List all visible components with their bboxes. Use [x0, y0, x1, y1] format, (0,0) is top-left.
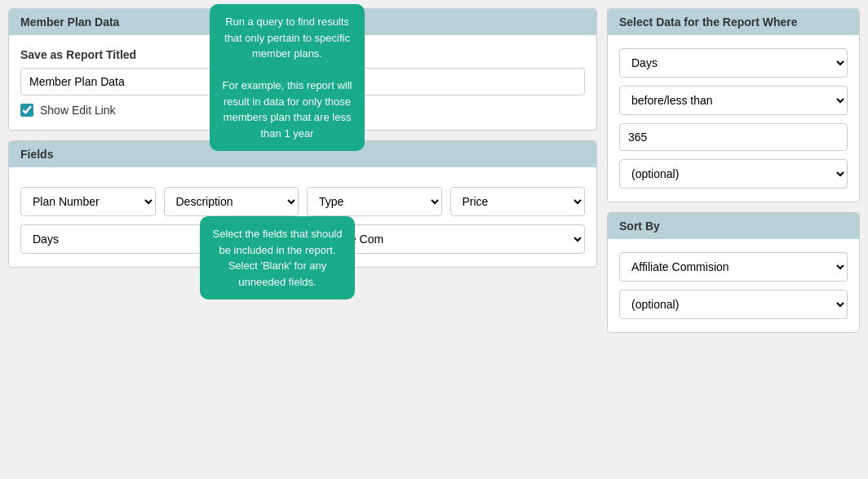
select-data-panel: Select Data for the Report Where Days be…: [607, 8, 860, 202]
query-tooltip: Run a query to find results that only pe…: [210, 4, 365, 151]
fields-tooltip: Select the fields that should be include…: [200, 216, 355, 299]
sort-by-dropdown1[interactable]: Affiliate Commision: [619, 252, 848, 282]
select-data-value-input[interactable]: [619, 123, 848, 151]
fields-row1: Plan Number Description Type Price: [20, 187, 585, 216]
show-edit-link-checkbox[interactable]: [20, 104, 33, 117]
select-data-dropdown2[interactable]: before/less than: [619, 86, 848, 115]
field-select-4[interactable]: Price: [450, 187, 586, 216]
show-edit-link-label: Show Edit Link: [40, 104, 116, 117]
field-select-1[interactable]: Plan Number: [20, 187, 156, 216]
sort-by-header: Sort By: [608, 213, 859, 239]
field-select-2[interactable]: Description: [164, 187, 299, 216]
select-data-dropdown1[interactable]: Days: [619, 48, 848, 78]
fields-title: Fields: [20, 148, 53, 161]
sort-by-title: Sort By: [619, 220, 660, 233]
member-plan-title: Member Plan Data: [20, 16, 119, 29]
sort-by-panel: Sort By Affiliate Commision (optional): [607, 212, 860, 333]
field-select-3[interactable]: Type: [307, 187, 442, 216]
fields-panel: Fields Run a query to find results that …: [8, 140, 597, 268]
sort-by-dropdown2[interactable]: (optional): [619, 290, 848, 319]
select-data-title: Select Data for the Report Where: [619, 16, 798, 29]
select-data-dropdown3[interactable]: (optional): [619, 159, 848, 188]
select-data-header: Select Data for the Report Where: [608, 9, 859, 35]
fields-row2: Days Affiliate Com Select the fields tha…: [20, 224, 585, 254]
